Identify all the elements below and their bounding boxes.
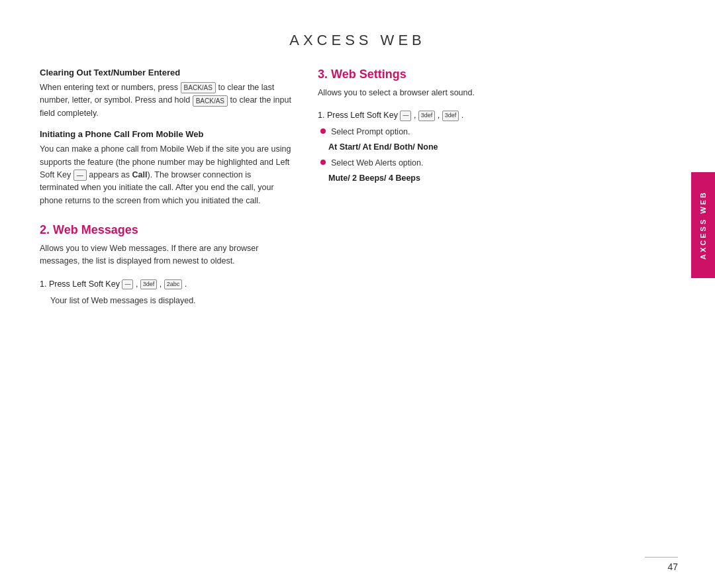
left-column: Clearing Out Text/Number Entered When en… [40, 68, 291, 317]
soft-key-web-msg: — [122, 279, 133, 290]
bullet2-text: Select Web Alerts option. [331, 158, 423, 168]
page-divider [645, 557, 678, 558]
bullet1-text: Select Prompt option. [331, 127, 410, 136]
right-sidebar: AXCESS WEB [691, 0, 715, 588]
soft-key-dash: — [73, 170, 87, 181]
ws-key-3def2: 3def [442, 111, 459, 121]
comma2: , [160, 279, 164, 289]
web-messages-desc: Allows you to view Web messages. If ther… [40, 242, 291, 268]
key-2abc-webmsg: 2abc [164, 279, 183, 290]
web-messages-heading: 2. Web Messages [40, 223, 291, 237]
ws-press-pre: 1. Press Left Soft Key [318, 111, 398, 120]
backspace-key1: BACK/AS [181, 82, 216, 93]
page-title: AXCESS WEB [0, 0, 715, 68]
web-settings-press-line: 1. Press Left Soft Key — , 3def , 3def . [318, 109, 569, 122]
sidebar-tab-label: AXCESS WEB [699, 191, 707, 260]
page-number-area: 47 [645, 557, 678, 572]
ws-soft-key: — [400, 111, 411, 121]
section1-heading: Clearing Out Text/Number Entered [40, 68, 291, 77]
ws-comma1: , [414, 111, 418, 120]
bullet-item-1: Select Prompt option. [320, 126, 569, 138]
section1-text1: When entering text or numbers, press [40, 83, 178, 92]
bullet2-option: Mute/ 2 Beeps/ 4 Beeps [328, 173, 569, 183]
bullet-text-2: Select Web Alerts option. [331, 157, 423, 170]
page-container: AXCESS WEB Clearing Out Text/Number Ente… [0, 0, 715, 588]
ws-period: . [461, 111, 463, 120]
web-settings-heading: 3. Web Settings [318, 68, 569, 81]
backspace-key2: BACK/AS [193, 95, 228, 107]
right-column: 3. Web Settings Allows you to select a b… [318, 68, 569, 317]
web-settings-desc: Allows you to select a browser alert sou… [318, 87, 569, 99]
bullet1-option: At Start/ At End/ Both/ None [328, 142, 569, 152]
period1: . [185, 279, 187, 289]
bullet-dot-1 [320, 128, 326, 134]
web-messages-press-line: 1. Press Left Soft Key — , 3def , 2abc . [40, 277, 291, 291]
sidebar-tab: AXCESS WEB [691, 172, 715, 278]
bullet-item-2: Select Web Alerts option. [320, 157, 569, 170]
content-area: Clearing Out Text/Number Entered When en… [0, 68, 715, 317]
web-messages-list-text: Your list of Web messages is displayed. [50, 295, 291, 307]
ws-comma2: , [438, 111, 442, 120]
press-line-pre: 1. Press Left Soft Key [40, 279, 120, 289]
section2-heading: Initiating a Phone Call From Mobile Web [40, 129, 291, 139]
section1-text: When entering text or numbers, press BAC… [40, 81, 291, 120]
comma1: , [136, 279, 140, 289]
key-3def-webmsg: 3def [140, 279, 158, 290]
bullet-dot-2 [320, 160, 326, 165]
page-number: 47 [645, 562, 678, 572]
ws-key-3def1: 3def [418, 111, 436, 121]
section2-text: You can make a phone call from Mobile We… [40, 143, 291, 207]
bullet-text-1: Select Prompt option. [331, 126, 410, 138]
